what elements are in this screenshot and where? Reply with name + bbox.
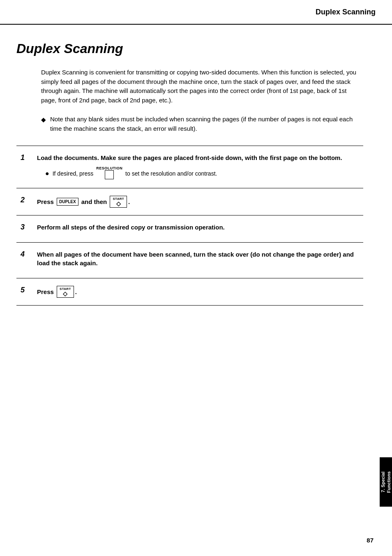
step-4-number: 4 [21, 250, 37, 259]
side-tab-line2: Functions [386, 471, 391, 493]
step-1: 1 Load the documents. Make sure the page… [16, 146, 363, 188]
step-1-title: Load the documents. Make sure the pages … [37, 153, 359, 162]
step-2-prefix: Press [37, 198, 54, 205]
side-tab-line1: 7. Special [380, 472, 385, 493]
side-tab-text: 7. Special Functions [380, 471, 392, 493]
step-2-number: 2 [21, 196, 37, 204]
step-5-number: 5 [21, 286, 37, 294]
header-bar: Duplex Scanning [0, 0, 392, 25]
step-4: 4 When all pages of the document have be… [16, 243, 363, 278]
step-5-period: . [75, 288, 77, 295]
intro-text: Duplex Scanning is convenient for transm… [41, 68, 363, 105]
step-2-inline: Press DUPLEX and then START ◇ . [37, 196, 359, 208]
step-5-prefix: Press [37, 288, 54, 295]
resolution-key-wrapper: RESOLUTION [96, 166, 122, 181]
step-1-sub: ● If desired, press RESOLUTION to set th… [45, 166, 359, 181]
page-number: 87 [367, 537, 374, 544]
step-2-period: . [128, 198, 130, 205]
header-title: Duplex Scanning [316, 8, 376, 16]
resolution-label: RESOLUTION [96, 166, 122, 170]
start-icon-step2: ◇ [116, 201, 121, 206]
resolution-box [105, 170, 114, 179]
step-3-content: Perform all steps of the desired copy or… [37, 223, 359, 235]
step-1-content: Load the documents. Make sure the pages … [37, 153, 359, 181]
step-5-inline: Press START ◇ . [37, 286, 359, 298]
step-4-content: When all pages of the document have been… [37, 250, 359, 271]
steps-container: 1 Load the documents. Make sure the page… [16, 146, 363, 306]
step-3: 3 Perform all steps of the desired copy … [16, 215, 363, 243]
page-title: Duplex Scanning [16, 41, 363, 56]
step-4-title: When all pages of the document have been… [37, 250, 359, 267]
note-item: ◆ Note that any blank sides must be incl… [41, 115, 363, 133]
step-5: 5 Press START ◇ . [16, 278, 363, 306]
step-2-mid: and then [81, 198, 107, 205]
start-key-step5: START ◇ [57, 286, 74, 298]
bullet-dot: ● [45, 170, 49, 177]
step-1-sub-suffix: to set the resolution and/or contrast. [125, 170, 217, 177]
step-3-number: 3 [21, 223, 37, 232]
step-1-sub-prefix: If desired, press [53, 170, 94, 177]
main-content: Duplex Scanning Duplex Scanning is conve… [0, 25, 380, 322]
step-2: 2 Press DUPLEX and then START ◇ . [16, 188, 363, 215]
side-tab: 7. Special Functions [380, 457, 392, 507]
start-icon-step5: ◇ [63, 291, 67, 297]
step-3-title: Perform all steps of the desired copy or… [37, 223, 359, 232]
step-5-content: Press START ◇ . [37, 286, 359, 298]
duplex-key: DUPLEX [57, 198, 78, 206]
note-text: Note that any blank sides must be includ… [50, 115, 363, 133]
diamond-icon: ◆ [41, 115, 46, 125]
step-2-content: Press DUPLEX and then START ◇ . [37, 196, 359, 208]
start-key-step2: START ◇ [110, 196, 127, 208]
step-1-number: 1 [21, 153, 37, 162]
